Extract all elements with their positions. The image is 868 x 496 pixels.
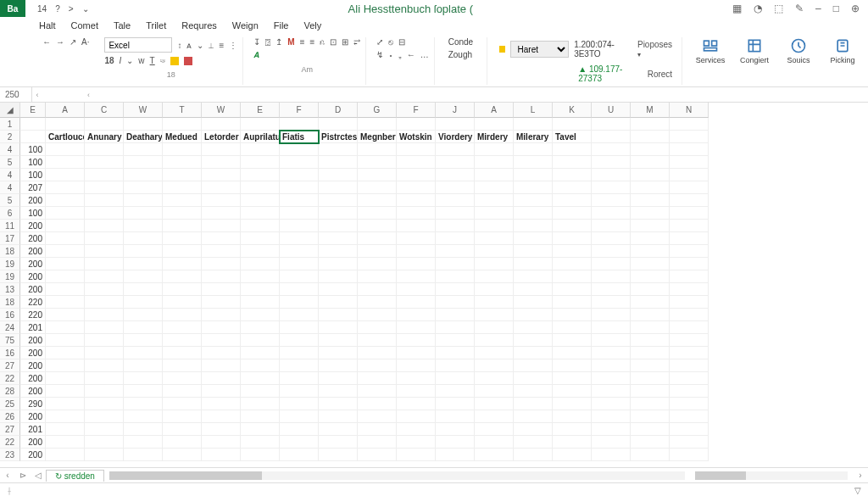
menu-item[interactable]: Halt (39, 20, 56, 31)
cell[interactable] (319, 410, 358, 423)
cell[interactable] (124, 334, 163, 347)
ribbon-btn[interactable]: ⥂ (353, 37, 360, 47)
souics-button[interactable]: Souics (781, 37, 816, 64)
cell[interactable] (46, 270, 85, 283)
cell[interactable]: Pistrctes (319, 131, 358, 143)
cell[interactable] (124, 309, 163, 321)
cell[interactable]: 200 (20, 449, 46, 461)
cell[interactable]: 200 (20, 385, 46, 398)
cell[interactable] (475, 232, 514, 245)
cell[interactable] (202, 156, 241, 169)
cell[interactable] (514, 423, 553, 436)
ribbon-btn[interactable]: ⌄ (197, 41, 203, 50)
cell[interactable] (319, 245, 358, 258)
row-header[interactable]: 22 (0, 436, 20, 449)
cell[interactable] (592, 283, 631, 296)
qat-item[interactable]: > (69, 4, 74, 14)
cell[interactable] (553, 118, 592, 131)
cell[interactable] (319, 232, 358, 245)
cell[interactable] (319, 169, 358, 181)
cell[interactable] (46, 156, 85, 169)
cell[interactable] (163, 410, 202, 423)
cell[interactable] (553, 181, 592, 194)
cell[interactable] (202, 143, 241, 156)
cell[interactable] (163, 143, 202, 156)
ribbon-btn[interactable]: ⋮ (229, 41, 237, 50)
cell[interactable] (319, 270, 358, 283)
cell[interactable] (631, 143, 670, 156)
row-header[interactable]: 17 (0, 232, 20, 245)
cell[interactable] (631, 232, 670, 245)
cell[interactable] (592, 156, 631, 169)
cell[interactable] (553, 436, 592, 449)
cell[interactable] (280, 449, 319, 461)
cell[interactable] (631, 449, 670, 461)
cell[interactable] (592, 334, 631, 347)
cell[interactable] (85, 334, 124, 347)
cell[interactable] (475, 449, 514, 461)
row-header[interactable]: 27 (0, 423, 20, 436)
cell[interactable]: Wotskin (397, 131, 436, 143)
cell[interactable] (397, 143, 436, 156)
cell[interactable] (514, 347, 553, 359)
cell[interactable] (670, 309, 709, 321)
cell[interactable] (46, 347, 85, 359)
scroll-right-icon[interactable]: › (853, 471, 868, 480)
cell[interactable] (124, 270, 163, 283)
cell[interactable] (475, 334, 514, 347)
cell[interactable] (436, 143, 475, 156)
select-all-corner[interactable]: ◢ (0, 103, 20, 118)
cell[interactable] (592, 436, 631, 449)
cell[interactable] (397, 410, 436, 423)
cell[interactable] (319, 118, 358, 131)
cell[interactable] (280, 334, 319, 347)
cell[interactable] (631, 321, 670, 334)
row-header[interactable]: 6 (0, 207, 20, 220)
font-select[interactable] (104, 37, 172, 53)
cell[interactable] (436, 321, 475, 334)
row-header[interactable]: 16 (0, 309, 20, 321)
cell[interactable] (553, 270, 592, 283)
cell[interactable] (436, 270, 475, 283)
cell[interactable]: 201 (20, 423, 46, 436)
cell[interactable] (514, 359, 553, 372)
cell[interactable] (46, 296, 85, 309)
cell[interactable] (436, 245, 475, 258)
cell[interactable] (280, 410, 319, 423)
cell[interactable] (280, 423, 319, 436)
ribbon-btn[interactable]: ⊟ (398, 37, 405, 47)
column-header[interactable]: A (46, 103, 85, 118)
sheet-first-icon[interactable]: ⊳ (15, 471, 31, 480)
cell[interactable] (124, 372, 163, 385)
cell[interactable] (436, 194, 475, 207)
cell[interactable] (202, 194, 241, 207)
row-header[interactable]: 25 (0, 398, 20, 410)
ribbon-btn[interactable]: ⊡ (330, 37, 337, 47)
cell[interactable] (397, 296, 436, 309)
cell[interactable] (397, 334, 436, 347)
cell[interactable] (631, 359, 670, 372)
cell[interactable] (358, 309, 397, 321)
cell[interactable] (592, 372, 631, 385)
cell[interactable] (202, 372, 241, 385)
cell[interactable] (631, 156, 670, 169)
cell[interactable] (241, 181, 280, 194)
cell[interactable] (631, 296, 670, 309)
cell[interactable] (46, 118, 85, 131)
name-box[interactable]: 250 (0, 87, 32, 102)
cell[interactable] (280, 359, 319, 372)
cell[interactable] (319, 372, 358, 385)
cell[interactable] (592, 347, 631, 359)
cell[interactable] (319, 220, 358, 232)
back-icon[interactable]: ← (42, 37, 51, 47)
cell[interactable] (670, 321, 709, 334)
cell[interactable] (436, 423, 475, 436)
cell[interactable] (85, 118, 124, 131)
column-header[interactable]: F (397, 103, 436, 118)
cell[interactable] (670, 194, 709, 207)
cell[interactable] (397, 270, 436, 283)
cell[interactable] (358, 156, 397, 169)
cell[interactable] (631, 372, 670, 385)
cell[interactable] (163, 334, 202, 347)
format-icon[interactable]: A· (81, 37, 89, 47)
